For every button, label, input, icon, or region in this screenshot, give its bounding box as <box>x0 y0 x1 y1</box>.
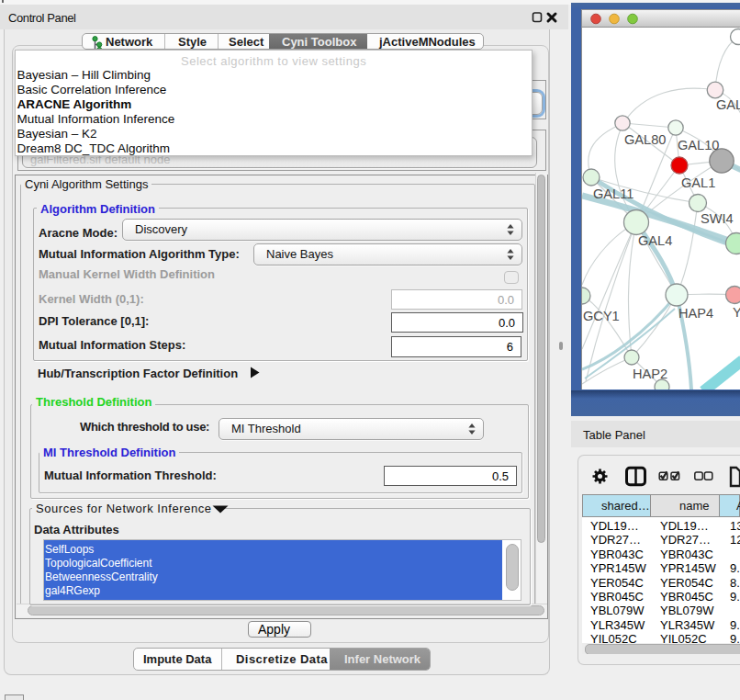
svg-text:GAL11: GAL11 <box>593 186 633 201</box>
svg-text:GAL1: GAL1 <box>681 175 715 190</box>
svg-text:SWI4: SWI4 <box>701 211 734 226</box>
svg-text:HAP2: HAP2 <box>633 367 667 381</box>
svg-text:GAL4: GAL4 <box>638 233 672 248</box>
svg-text:Y: Y <box>733 305 740 320</box>
svg-text:GCY1: GCY1 <box>583 309 620 323</box>
svg-text:HAP4: HAP4 <box>678 306 713 321</box>
svg-text:GAL7: GAL7 <box>716 97 740 112</box>
svg-text:GAL10: GAL10 <box>678 138 719 152</box>
svg-text:GAL80: GAL80 <box>624 132 666 147</box>
